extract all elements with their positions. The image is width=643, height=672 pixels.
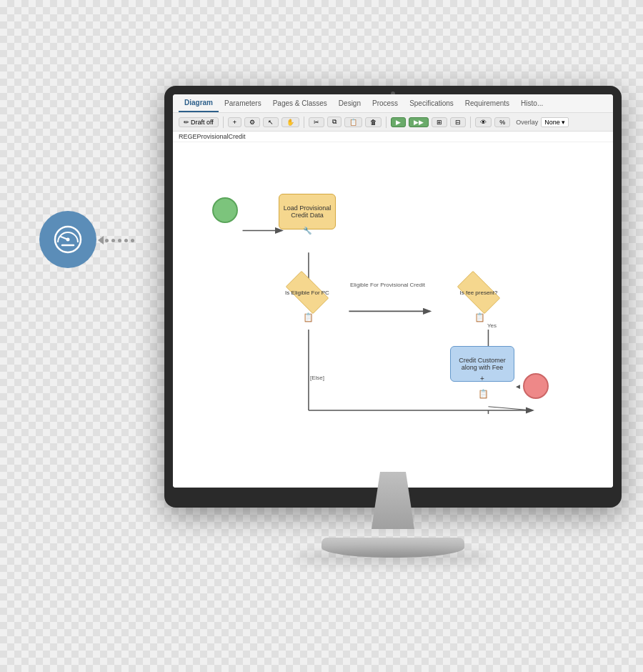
- action-icon-fee: 📋: [474, 312, 485, 322]
- app-tabs: Diagram Parameters Pages & Classes Desig…: [173, 94, 613, 113]
- trash-icon: 🗑: [370, 119, 377, 126]
- add-button[interactable]: +: [228, 117, 241, 127]
- load-data-label: Load Provisional Credit Data: [282, 204, 332, 219]
- play-icon: ▶: [396, 119, 401, 126]
- cursor-button[interactable]: ↖: [263, 117, 279, 127]
- table-button[interactable]: ⊞: [432, 117, 447, 127]
- copy-button[interactable]: ⧉: [327, 117, 342, 127]
- toolbar: ✏ Draft off + ⚙ ↖ ✋: [173, 113, 613, 132]
- delete-button[interactable]: 🗑: [365, 117, 382, 127]
- eye-button[interactable]: 👁: [475, 117, 492, 127]
- eligible-label: Eligible For Provisional Credit: [350, 282, 425, 288]
- action-icon-load: 🔧: [303, 227, 311, 234]
- breadcrumb: REGEProvisionalCredit: [173, 132, 613, 142]
- monitor-bezel: Diagram Parameters Pages & Classes Desig…: [164, 86, 622, 508]
- plus-icon-credit: +: [480, 375, 484, 382]
- toolbar-separator: [223, 117, 224, 128]
- svg-point-2: [66, 238, 70, 242]
- monitor: Diagram Parameters Pages & Classes Desig…: [164, 86, 622, 601]
- tab-parameters[interactable]: Parameters: [219, 94, 267, 112]
- arrow-to-end-icon: ◄: [514, 382, 522, 390]
- diagram-canvas[interactable]: Load Provisional Credit Data 🔧 Is Eligib…: [173, 142, 613, 488]
- load-data-node[interactable]: Load Provisional Credit Data 🔧: [279, 194, 336, 229]
- svg-line-13: [488, 407, 532, 410]
- eye-icon: 👁: [480, 119, 487, 126]
- gear-icon: ⚙: [249, 119, 255, 126]
- credit-customer-label: Credit Customer along with Fee: [454, 357, 511, 371]
- action-icon-credit: 📋: [478, 389, 489, 399]
- dashboard-icon: [52, 224, 84, 255]
- monitor-screen: Diagram Parameters Pages & Classes Desig…: [173, 94, 613, 488]
- monitor-shadow: [293, 550, 493, 565]
- tab-specifications[interactable]: Specifications: [404, 94, 459, 112]
- breadcrumb-text: REGEProvisionalCredit: [179, 133, 246, 140]
- arrow-dot: [124, 239, 128, 242]
- arrow-dots: [105, 239, 134, 242]
- tab-design[interactable]: Design: [333, 94, 367, 112]
- arrow-dot: [118, 239, 121, 242]
- grid-icon: ⊟: [455, 119, 461, 126]
- scissors-icon: ✂: [314, 119, 319, 126]
- run-button[interactable]: ▶: [391, 117, 406, 127]
- tab-diagram[interactable]: Diagram: [179, 94, 219, 112]
- play-all-icon: ▶▶: [414, 119, 424, 126]
- overlay-label: Overlay: [516, 119, 538, 126]
- hand-button[interactable]: ✋: [281, 117, 299, 127]
- chevron-down-icon: ▾: [562, 119, 565, 126]
- else-label: [Else]: [310, 375, 324, 381]
- is-fee-label: Is fee present?: [460, 290, 498, 296]
- paste-button[interactable]: 📋: [344, 117, 362, 127]
- run-all-button[interactable]: ▶▶: [409, 117, 429, 127]
- is-eligible-node[interactable]: Is Eligible For PC: [279, 275, 336, 310]
- action-icon-eligible: 📋: [303, 312, 314, 322]
- tab-pages-classes[interactable]: Pages & Classes: [267, 94, 333, 112]
- hand-icon: ✋: [286, 119, 294, 126]
- flow-arrows-svg: [173, 142, 613, 488]
- cursor-icon: ↖: [268, 119, 274, 126]
- is-eligible-label: Is Eligible For PC: [285, 290, 329, 296]
- percent-button[interactable]: %: [494, 117, 510, 127]
- gear-button[interactable]: ⚙: [244, 117, 260, 127]
- tab-history[interactable]: Histo...: [515, 94, 549, 112]
- toolbar-separator-3: [386, 117, 387, 128]
- grid-button[interactable]: ⊟: [450, 117, 466, 127]
- yes-label: Yes: [487, 322, 497, 329]
- paste-icon: 📋: [349, 119, 357, 126]
- end-node[interactable]: [523, 373, 549, 399]
- tab-process[interactable]: Process: [367, 94, 404, 112]
- cut-button[interactable]: ✂: [309, 117, 324, 127]
- arrow-dot: [105, 239, 109, 242]
- toolbar-separator-2: [304, 117, 304, 128]
- pencil-icon: ✏: [184, 119, 189, 126]
- start-node[interactable]: [212, 197, 238, 223]
- overlay-dropdown[interactable]: None ▾: [541, 117, 569, 127]
- plus-icon: +: [233, 119, 236, 126]
- overlay-value: None: [544, 119, 560, 126]
- toolbar-separator-4: [470, 117, 471, 128]
- draft-off-label: Draft off: [191, 119, 214, 126]
- credit-customer-node[interactable]: Credit Customer along with Fee +: [450, 346, 514, 382]
- arrow-dot: [111, 239, 115, 242]
- dashboard-icon-button[interactable]: [39, 211, 96, 268]
- table-icon: ⊞: [437, 119, 442, 126]
- arrow-connector: [98, 236, 134, 244]
- arrow-head-icon: [98, 236, 104, 244]
- is-fee-node[interactable]: Is fee present?: [450, 275, 507, 310]
- tab-requirements[interactable]: Requirements: [459, 94, 515, 112]
- percent-icon: %: [499, 119, 505, 126]
- draft-off-button[interactable]: ✏ Draft off: [179, 117, 219, 127]
- copy-icon: ⧉: [332, 118, 337, 126]
- arrow-dot: [131, 239, 134, 242]
